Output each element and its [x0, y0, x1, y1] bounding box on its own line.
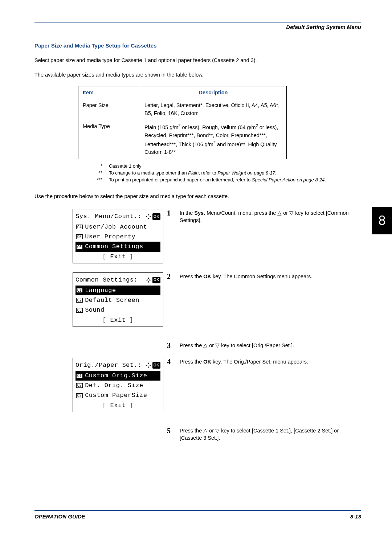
lcd-item-label: Custom Orig.Size — [85, 371, 147, 381]
lcd-item-label: Sound — [85, 305, 105, 315]
nav-diamond-icon — [145, 213, 152, 220]
lcd-item-label: Custom PaperSize — [85, 390, 147, 400]
lcd-item-label: User/Job Account — [85, 222, 147, 232]
lcd-item-number: 05 — [76, 234, 83, 239]
footnote-mark: *** — [96, 177, 109, 183]
lcd-menu-item[interactable]: 01Custom Orig.Size — [75, 371, 160, 381]
lcd-title: Sys. Menu/Count.: — [75, 212, 142, 221]
svg-marker-2 — [146, 216, 148, 217]
spec-table: Item Description Paper Size Letter, Lega… — [78, 86, 287, 159]
footnote-text: Cassette 1 only — [109, 163, 361, 169]
intro-paragraph-2: The available paper sizes and media type… — [34, 71, 361, 78]
step-text: Press the △ or ▽ key to select [Orig./Pa… — [180, 341, 361, 349]
svg-marker-10 — [146, 365, 148, 366]
footnote-text: To print on preprinted or prepunched pap… — [109, 177, 361, 183]
footnote-mark: * — [96, 163, 109, 169]
chapter-tab-badge: 8 — [372, 207, 392, 234]
lcd-menu-item[interactable]: 03Custom PaperSize — [75, 390, 160, 400]
lcd-exit[interactable]: [ Exit ] — [75, 401, 160, 410]
footnote-text: To change to a media type other than Pla… — [109, 170, 361, 176]
lcd-menu-item[interactable]: 03Sound — [75, 305, 160, 315]
lcd-item-number: 03 — [76, 308, 83, 313]
svg-marker-9 — [148, 366, 149, 368]
lcd-item-number: 04 — [76, 225, 83, 229]
step-text: Press the OK key. The Common Settings me… — [180, 272, 361, 280]
lcd-screen: Common Settings:OK01Language02Default Sc… — [73, 272, 163, 327]
lcd-menu-item[interactable]: 05User Property — [75, 232, 160, 242]
lcd-item-number: 02 — [76, 383, 83, 388]
table-cell-item: Media Type — [78, 120, 140, 159]
ok-icon: OK — [152, 362, 160, 369]
svg-marker-6 — [146, 279, 148, 281]
lcd-menu-item[interactable]: 04User/Job Account — [75, 222, 160, 232]
step-text: Press the △ or ▽ key to select [Cassette… — [180, 427, 361, 442]
svg-marker-5 — [148, 281, 149, 283]
lcd-screen: Sys. Menu/Count.:OK04User/Job Account05U… — [73, 209, 163, 263]
lcd-title: Common Settings: — [75, 275, 138, 285]
lcd-item-label: Default Screen — [85, 295, 139, 305]
procedure-intro: Use the procedure below to select the pa… — [34, 193, 361, 200]
footer-right: 8-13 — [350, 513, 361, 520]
step-number: 4 — [167, 358, 180, 366]
lcd-item-number: 01 — [76, 373, 83, 378]
svg-marker-4 — [148, 277, 149, 279]
ok-icon: OK — [152, 213, 160, 220]
table-row: Paper Size Letter, Legal, Statement*, Ex… — [78, 99, 287, 120]
svg-marker-1 — [148, 217, 149, 219]
lcd-menu-item[interactable]: 02Def. Orig. Size — [75, 381, 160, 390]
step-text: In the Sys. Menu/Count. menu, press the … — [180, 209, 361, 224]
lcd-exit[interactable]: [ Exit ] — [75, 315, 160, 325]
nav-diamond-icon — [145, 277, 152, 283]
svg-marker-0 — [148, 214, 149, 216]
svg-marker-11 — [149, 365, 151, 366]
footnotes: * Cassette 1 only ** To change to a medi… — [96, 163, 361, 184]
lcd-title: Orig./Paper Set.: — [75, 360, 142, 370]
footnote-mark: ** — [96, 170, 109, 176]
lcd-item-number: 03 — [76, 393, 83, 398]
table-cell-desc: Letter, Legal, Statement*, Executive, Of… — [140, 99, 287, 120]
lcd-item-label: Language — [85, 286, 116, 295]
lcd-exit[interactable]: [ Exit ] — [75, 252, 160, 262]
step-text: Press the OK key. The Orig./Paper Set. m… — [180, 358, 361, 366]
table-header-description: Description — [140, 86, 287, 99]
lcd-item-number: 01 — [76, 288, 83, 293]
nav-diamond-icon — [145, 362, 152, 369]
lcd-item-label: Def. Orig. Size — [85, 381, 143, 390]
lcd-item-number: 02 — [76, 298, 83, 303]
table-cell-item: Paper Size — [78, 99, 140, 120]
ok-icon: OK — [152, 277, 160, 283]
lcd-item-number: 06 — [76, 245, 83, 249]
step-number: 1 — [167, 209, 180, 224]
svg-marker-7 — [149, 279, 151, 281]
svg-marker-3 — [149, 216, 151, 217]
step-number: 2 — [167, 272, 180, 280]
header-section-title: Default Setting System Menu — [34, 23, 361, 31]
footer-left: OPERATION GUIDE — [34, 513, 85, 520]
section-heading: Paper Size and Media Type Setup for Cass… — [34, 42, 361, 49]
svg-marker-8 — [148, 362, 149, 365]
step-number: 3 — [167, 341, 180, 349]
table-cell-desc: Plain (105 g/m2 or less), Rough, Vellum … — [140, 120, 287, 159]
lcd-menu-item[interactable]: 01Language — [75, 286, 160, 295]
table-header-item: Item — [78, 86, 140, 99]
lcd-item-label: Common Settings — [85, 242, 143, 251]
table-row: Media Type Plain (105 g/m2 or less), Rou… — [78, 120, 287, 159]
lcd-menu-item[interactable]: 06Common Settings — [75, 242, 160, 251]
intro-paragraph-1: Select paper size and media type for Cas… — [34, 57, 361, 64]
lcd-menu-item[interactable]: 02Default Screen — [75, 295, 160, 305]
step-number: 5 — [167, 427, 180, 442]
lcd-screen: Orig./Paper Set.:OK01Custom Orig.Size02D… — [73, 358, 163, 412]
lcd-item-label: User Property — [85, 232, 135, 242]
